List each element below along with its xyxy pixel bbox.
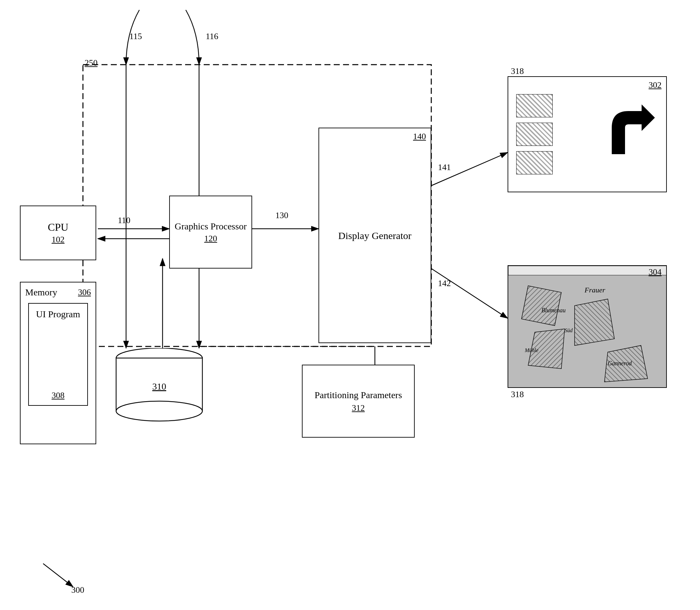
cpu-num: 102 bbox=[52, 235, 65, 245]
label-250: 250 bbox=[84, 58, 97, 68]
turn-arrow-icon bbox=[598, 101, 658, 167]
ui-program-label: UI Program bbox=[36, 308, 80, 320]
svg-rect-35 bbox=[508, 266, 667, 275]
svg-line-16 bbox=[43, 564, 73, 587]
database-cylinder: 310 bbox=[109, 348, 209, 424]
svg-text:Frauer: Frauer bbox=[584, 286, 605, 294]
label-318a: 318 bbox=[511, 66, 524, 76]
label-115: 115 bbox=[129, 32, 142, 42]
svg-text:Gannerod: Gannerod bbox=[608, 360, 632, 367]
svg-point-21 bbox=[116, 401, 202, 421]
partitioning-box: Partitioning Parameters 312 bbox=[302, 365, 415, 438]
graphics-num: 120 bbox=[204, 234, 217, 244]
display-generator-box: Display Generator 140 bbox=[318, 128, 431, 343]
box302-num: 302 bbox=[649, 80, 662, 90]
label-116: 116 bbox=[206, 32, 218, 42]
partitioning-num: 312 bbox=[352, 403, 365, 413]
graphics-label: Graphics Processor bbox=[175, 221, 247, 232]
memory-box: Memory 306 UI Program 308 bbox=[20, 282, 96, 444]
svg-text:Süd: Süd bbox=[565, 327, 573, 333]
diagram-container: CPU 102 Graphics Processor 120 Display G… bbox=[0, 0, 700, 610]
display-gen-label: Display Generator bbox=[338, 229, 412, 242]
memory-num: 306 bbox=[78, 287, 91, 298]
map-content: Frauer Blumenau Süd Gannerod Mühle bbox=[508, 266, 667, 388]
cpu-box: CPU 102 bbox=[20, 206, 96, 260]
label-110: 110 bbox=[118, 215, 130, 225]
display-gen-num: 140 bbox=[413, 132, 426, 142]
ui-num: 308 bbox=[52, 390, 65, 400]
box-304: Frauer Blumenau Süd Gannerod Mühle 304 bbox=[508, 265, 667, 388]
graphics-processor-box: Graphics Processor 120 bbox=[169, 196, 252, 269]
cpu-label: CPU bbox=[48, 221, 68, 234]
label-130: 130 bbox=[275, 210, 288, 221]
svg-line-12 bbox=[431, 269, 508, 318]
svg-text:Blumenau: Blumenau bbox=[541, 307, 566, 314]
svg-text:Mühle: Mühle bbox=[525, 348, 539, 353]
svg-text:310: 310 bbox=[152, 381, 166, 391]
label-142: 142 bbox=[438, 278, 451, 288]
partitioning-label: Partitioning Parameters bbox=[314, 389, 402, 401]
label-141: 141 bbox=[438, 162, 451, 172]
label-300: 300 bbox=[71, 585, 84, 595]
memory-label: Memory bbox=[25, 287, 57, 298]
svg-marker-27 bbox=[575, 299, 615, 346]
label-318b: 318 bbox=[511, 389, 524, 400]
svg-marker-26 bbox=[522, 286, 561, 325]
box-302: 302 bbox=[508, 76, 667, 192]
box304-num: 304 bbox=[649, 267, 662, 277]
